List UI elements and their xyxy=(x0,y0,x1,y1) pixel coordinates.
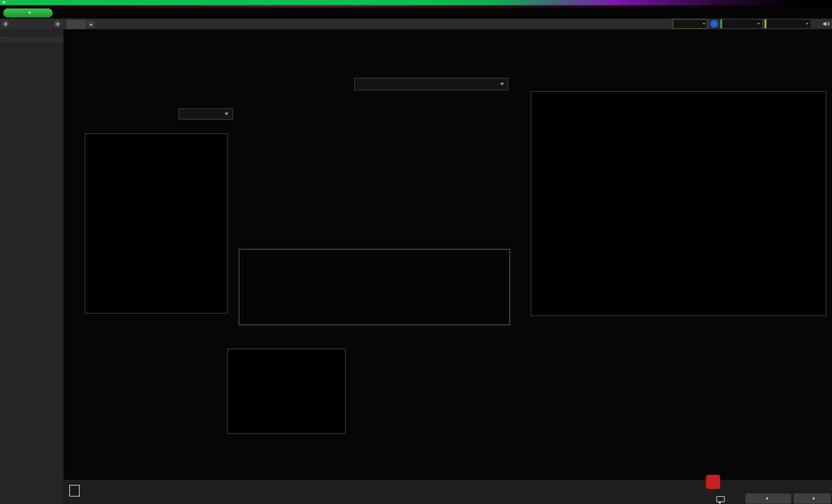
monitor-icon xyxy=(716,496,725,502)
back-button[interactable] xyxy=(746,494,791,503)
main-content xyxy=(64,29,832,480)
chevron-down-icon xyxy=(757,23,760,25)
current-patch-indicator xyxy=(68,483,81,498)
calman-menu-button[interactable] xyxy=(3,8,53,18)
delta-e-plot-area xyxy=(85,134,228,313)
tab-history-1[interactable] xyxy=(66,20,86,29)
display-icon-button[interactable] xyxy=(714,494,727,504)
speaker-icon[interactable] xyxy=(822,20,830,28)
notebookcheck-watermark xyxy=(706,475,724,489)
sidebar xyxy=(0,29,64,504)
cie-chart xyxy=(506,75,832,331)
chevron-up-icon xyxy=(89,23,93,25)
window-titlebar xyxy=(0,0,832,5)
tab-scroll-button[interactable] xyxy=(87,21,95,28)
chevron-down-icon xyxy=(225,113,229,115)
chevron-down-icon xyxy=(806,23,809,25)
chevron-down-icon xyxy=(28,12,31,14)
rgb-plot-area xyxy=(227,349,345,434)
levels-select[interactable] xyxy=(354,78,508,90)
accent-strip xyxy=(0,5,832,7)
tab-bar xyxy=(0,19,832,29)
display-control-accent xyxy=(765,20,766,28)
source-accent xyxy=(721,20,722,28)
chevron-left-icon xyxy=(56,22,58,26)
rgb-balance-chart xyxy=(204,337,372,444)
cie-plot-area xyxy=(531,91,826,316)
current-patch-swatch xyxy=(69,485,80,497)
check-icon xyxy=(706,475,720,489)
meter-select[interactable] xyxy=(673,19,707,29)
delta-e-chart xyxy=(64,123,246,326)
main-toolbar xyxy=(0,7,832,19)
sidebar-collapse-button-2[interactable] xyxy=(54,21,61,27)
chevron-left-icon xyxy=(4,22,6,26)
source-select[interactable] xyxy=(720,19,762,29)
sidebar-header xyxy=(0,29,63,31)
swatch-comparison-panel xyxy=(239,249,510,325)
settings-gear-button[interactable] xyxy=(813,20,822,28)
display-control-select[interactable] xyxy=(764,19,811,29)
de-formula-select[interactable] xyxy=(179,109,233,119)
reading-count-badge[interactable] xyxy=(710,20,718,28)
next-button[interactable] xyxy=(794,494,831,503)
sidebar-collapse-button[interactable] xyxy=(2,21,9,27)
back-arrow-icon xyxy=(766,497,768,500)
chevron-down-icon xyxy=(500,83,504,85)
xy-reading xyxy=(72,379,101,391)
next-arrow-icon xyxy=(813,497,815,500)
navigation-tree xyxy=(1,38,62,42)
chevron-down-icon xyxy=(703,23,705,25)
current-reading xyxy=(72,374,101,396)
app-icon xyxy=(3,1,6,4)
